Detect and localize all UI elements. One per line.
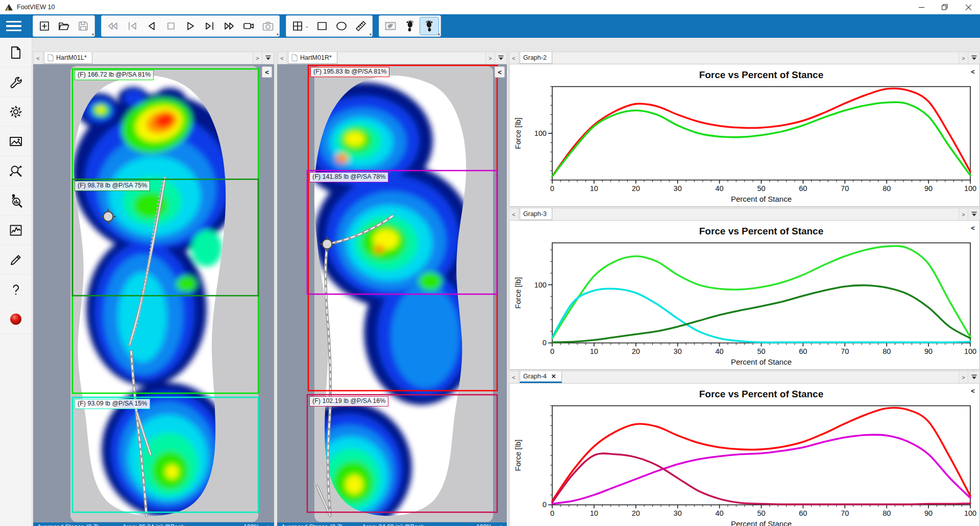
group-options-icon[interactable]: ▾ bbox=[92, 33, 94, 37]
tab-graph-3[interactable]: Graph-3 bbox=[520, 208, 552, 220]
sidebar-item-wrench[interactable] bbox=[0, 67, 32, 97]
tab-graph-4[interactable]: Graph-4 ✕ bbox=[520, 371, 562, 383]
x-tick-label: 10 bbox=[590, 509, 598, 517]
x-tick-label: 0 bbox=[550, 347, 554, 355]
y-tick-label: 0 bbox=[543, 339, 547, 347]
x-tick-label: 30 bbox=[674, 184, 682, 193]
zoom-out-button[interactable]: - bbox=[234, 523, 236, 526]
tab-scroll-left-icon[interactable]: < bbox=[509, 371, 519, 383]
stop-icon-button[interactable] bbox=[162, 17, 180, 35]
sidebar-item-gait-analysis[interactable] bbox=[0, 186, 32, 216]
tab-scroll-right-icon[interactable]: > bbox=[959, 52, 968, 64]
zoom-in-button[interactable]: + bbox=[499, 523, 503, 526]
tab-scroll-right-icon[interactable]: > bbox=[959, 208, 968, 220]
foot-right-icon-button[interactable] bbox=[420, 17, 438, 35]
sidebar-item-image[interactable] bbox=[0, 127, 32, 156]
dropdown-caret-icon[interactable]: ⌄ bbox=[305, 23, 309, 29]
tab-scroll-left-icon[interactable]: < bbox=[278, 52, 287, 64]
x-tick-label: 50 bbox=[757, 184, 765, 193]
tab-hartm01r[interactable]: HartM01R* bbox=[288, 52, 337, 64]
region-force-label-1: (F) 166.72 lb @P/SA 81% bbox=[75, 70, 154, 80]
x-tick-label: 60 bbox=[799, 184, 807, 193]
tab-list-icon[interactable] bbox=[968, 52, 979, 64]
ruler-tool-icon-button[interactable] bbox=[352, 17, 370, 35]
collapse-left-panel-icon[interactable]: < bbox=[262, 66, 272, 78]
tab-hartm01l[interactable]: HartM01L* bbox=[44, 52, 92, 64]
restore-button[interactable] bbox=[933, 0, 957, 14]
tab-list-icon[interactable] bbox=[495, 52, 506, 64]
rectangle-tool-icon-button[interactable] bbox=[313, 17, 331, 35]
tab-scroll-right-icon[interactable]: > bbox=[253, 52, 262, 64]
grid-icon-button[interactable]: ⌄ bbox=[288, 17, 312, 35]
sidebar-item-chart[interactable] bbox=[0, 216, 32, 245]
group-options-icon[interactable]: ▾ bbox=[277, 33, 279, 37]
video-camera-icon-button[interactable] bbox=[239, 17, 258, 35]
save-icon-button[interactable] bbox=[74, 17, 92, 35]
left-foot-pressure-view[interactable]: < (F) 166.72 lb @P/SA 81%(F) 98.78 lb @P… bbox=[33, 64, 274, 522]
sidebar-item-record[interactable] bbox=[0, 304, 32, 334]
force-chart: Force vs Percent of Stance01020304050607… bbox=[509, 384, 979, 526]
close-tab-icon[interactable]: ✕ bbox=[551, 373, 556, 380]
step-back-icon-button[interactable] bbox=[142, 17, 161, 35]
y-axis-label: Force [lb] bbox=[514, 117, 522, 149]
right-foot-pressure-view[interactable]: < (F) 195.83 lb @P/SA 81%(F) 141.85 lb @… bbox=[277, 64, 507, 522]
tab-list-icon[interactable] bbox=[968, 208, 979, 220]
toolbar-group-annotate: ⌄▾ bbox=[286, 15, 373, 37]
ellipse-tool-icon-button[interactable] bbox=[332, 17, 351, 35]
graph-2-chart[interactable]: Force vs Percent of Stance01020304050607… bbox=[509, 64, 980, 207]
graph-4-chart[interactable]: Force vs Percent of Stance01020304050607… bbox=[509, 384, 980, 526]
sidebar bbox=[0, 38, 32, 526]
x-axis-label: Percent of Stance bbox=[731, 195, 792, 203]
sidebar-item-help[interactable] bbox=[0, 275, 32, 304]
fast-forward-icon-button[interactable] bbox=[220, 17, 238, 35]
tabbar-filler bbox=[92, 52, 253, 64]
zoom-out-button[interactable]: - bbox=[467, 523, 469, 526]
area-label: Area: 24.68 in² @Peak bbox=[362, 523, 425, 526]
group-options-icon[interactable]: ▾ bbox=[370, 33, 372, 37]
x-tick-label: 20 bbox=[632, 184, 640, 193]
sidebar-item-pencil[interactable] bbox=[0, 245, 32, 275]
collapse-graph-3-icon[interactable]: < bbox=[968, 223, 977, 233]
sidebar-item-document[interactable] bbox=[0, 38, 32, 67]
window-title: FootVIEW 10 bbox=[17, 4, 55, 11]
step-first-icon-button[interactable] bbox=[123, 17, 141, 35]
tab-label: HartM01L* bbox=[56, 54, 87, 61]
collapse-right-panel-icon[interactable]: < bbox=[495, 66, 505, 78]
tab-scroll-left-icon[interactable]: < bbox=[509, 208, 519, 220]
x-tick-label: 40 bbox=[716, 509, 724, 517]
footview-window: FootVIEW 10 ▾▾⌄▾▾ < bbox=[0, 0, 980, 526]
sidebar-item-gear[interactable] bbox=[0, 97, 32, 127]
x-tick-label: 80 bbox=[883, 509, 891, 517]
foot-left-icon-button[interactable] bbox=[401, 17, 419, 35]
x-tick-label: 20 bbox=[632, 347, 640, 355]
tabbar-filler bbox=[552, 208, 959, 220]
play-icon-button[interactable] bbox=[181, 17, 200, 35]
toolbar-group-file: ▾ bbox=[33, 15, 95, 37]
close-button[interactable] bbox=[957, 0, 980, 14]
rewind-icon-button[interactable] bbox=[104, 17, 122, 35]
tab-scroll-left-icon[interactable]: < bbox=[509, 52, 519, 64]
tab-scroll-left-icon[interactable]: < bbox=[34, 52, 43, 64]
step-forward-icon-button[interactable] bbox=[201, 17, 219, 35]
tab-list-icon[interactable] bbox=[262, 52, 274, 64]
sidebar-item-zoom-measure[interactable] bbox=[0, 156, 32, 186]
x-tick-label: 90 bbox=[924, 509, 933, 517]
x-tick-label: 0 bbox=[550, 184, 554, 193]
group-options-icon[interactable]: ▾ bbox=[438, 33, 440, 37]
collapse-graph-2-icon[interactable]: < bbox=[968, 66, 977, 77]
hamburger-menu-icon[interactable] bbox=[4, 17, 27, 35]
open-folder-icon-button[interactable] bbox=[55, 17, 73, 35]
collapse-graph-4-icon[interactable]: < bbox=[968, 386, 977, 396]
tab-scroll-right-icon[interactable]: > bbox=[485, 52, 495, 64]
minimize-button[interactable] bbox=[910, 0, 933, 14]
zoom-in-button[interactable]: + bbox=[266, 523, 270, 526]
x-tick-label: 40 bbox=[716, 347, 724, 355]
new-document-icon-button[interactable] bbox=[35, 17, 54, 35]
pressure-movie-icon-button[interactable] bbox=[381, 17, 400, 35]
photo-camera-icon-button[interactable] bbox=[259, 17, 277, 35]
graph-3-chart[interactable]: Force vs Percent of Stance01020304050607… bbox=[509, 221, 980, 370]
tab-graph-2[interactable]: Graph-2 bbox=[520, 52, 552, 64]
tab-scroll-right-icon[interactable]: > bbox=[959, 371, 968, 383]
tab-list-icon[interactable] bbox=[968, 371, 979, 383]
y-tick-label: 0 bbox=[543, 501, 547, 509]
